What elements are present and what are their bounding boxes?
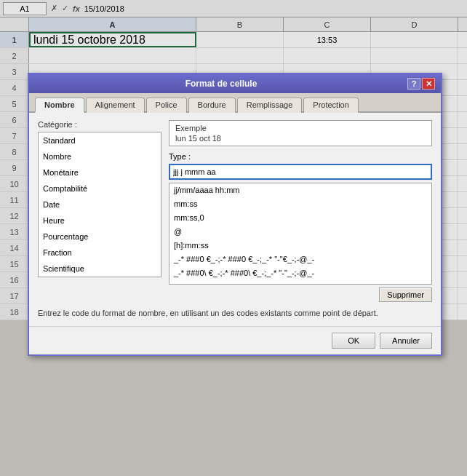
example-label: Exemple <box>175 124 426 132</box>
category-item[interactable]: Standard <box>39 132 161 148</box>
format-item[interactable]: jj/mm/aaaa hh:mm <box>169 183 431 197</box>
format-item[interactable]: _-* ###0 €_-;-* ###0 €_-;_-* "-"€_-;-@_- <box>169 253 431 266</box>
example-box: Exemple lun 15 oct 18 <box>169 120 432 146</box>
format-item[interactable]: [h]:mm:ss <box>169 239 431 253</box>
tab-bordure[interactable]: Bordure <box>188 98 236 113</box>
category-item[interactable]: Heure <box>39 213 161 229</box>
category-item[interactable]: Fraction <box>39 245 161 261</box>
category-item[interactable]: Scientifique <box>39 261 161 277</box>
category-item[interactable]: Pourcentage <box>39 229 161 245</box>
dialog-footer: OK Annuler <box>29 326 441 354</box>
tab-protection[interactable]: Protection <box>303 98 359 113</box>
dialog-titlebar: Format de cellule ? ✕ <box>29 74 441 93</box>
tab-alignement[interactable]: Alignement <box>86 98 145 113</box>
tab-police[interactable]: Police <box>146 98 187 113</box>
category-item[interactable]: Comptabilité <box>39 181 161 197</box>
dialog-close-button[interactable]: ✕ <box>422 78 435 90</box>
supprimer-button[interactable]: Supprimer <box>379 287 432 302</box>
tab-nombre[interactable]: Nombre <box>35 98 84 113</box>
category-label: Catégorie : <box>38 120 161 129</box>
format-item[interactable]: _-* ###0,00 €_-;-* ###0,00 €_-;_-* "-"??… <box>169 280 431 285</box>
type-label: Type : <box>169 152 432 161</box>
format-item[interactable]: _-* ###0\ €_-;-* ###0\ €_-;_-* "-"_-;-@_… <box>169 266 431 280</box>
hint-text: Entrez le code du format de nombre, en u… <box>38 308 432 319</box>
category-item[interactable]: Nombre <box>39 148 161 164</box>
dialog-tabs: NombreAlignementPoliceBordureRemplissage… <box>29 93 441 113</box>
format-item[interactable]: mm:ss <box>169 197 431 211</box>
dialog-title: Format de cellule <box>35 79 407 89</box>
format-item[interactable]: @ <box>169 225 431 239</box>
category-item[interactable]: Date <box>39 197 161 213</box>
example-value: lun 15 oct 18 <box>175 134 426 143</box>
format-item[interactable]: mm:ss,0 <box>169 211 431 225</box>
format-cell-dialog: Format de cellule ? ✕ NombreAlignementPo… <box>28 73 442 356</box>
dialog-body: Catégorie : StandardNombreMonétaireCompt… <box>29 113 441 326</box>
dialog-overlay: Format de cellule ? ✕ NombreAlignementPo… <box>0 0 467 476</box>
type-input[interactable] <box>169 164 432 180</box>
category-item[interactable]: Monétaire <box>39 164 161 181</box>
tab-remplissage[interactable]: Remplissage <box>237 98 303 113</box>
category-item[interactable]: Texte <box>39 277 161 277</box>
cancel-button[interactable]: Annuler <box>380 333 432 349</box>
dialog-help-button[interactable]: ? <box>407 78 420 90</box>
category-list: StandardNombreMonétaireComptabilitéDateH… <box>38 132 161 277</box>
ok-button[interactable]: OK <box>332 333 375 349</box>
format-list[interactable]: jj/mm/aaaa hh:mmmm:ssmm:ss,0@[h]:mm:ss_-… <box>169 183 432 285</box>
